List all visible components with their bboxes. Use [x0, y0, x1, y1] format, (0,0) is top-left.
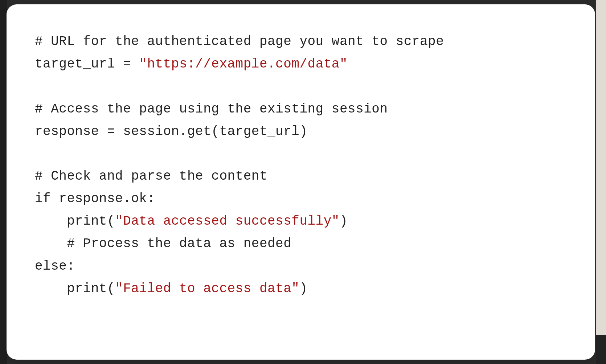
code-token-plain: target_url = — [35, 57, 139, 71]
code-token-plain: ) — [340, 214, 348, 229]
code-token-plain — [35, 236, 67, 251]
code-block: # URL for the authenticated page you wan… — [35, 30, 567, 300]
code-token-plain: response = session.get(target_url) — [35, 124, 308, 139]
code-token-plain: print( — [35, 281, 115, 296]
code-token-string: "Failed to access data" — [115, 281, 299, 296]
code-token-comment: # Check and parse the content — [35, 169, 267, 184]
code-snippet-card: # URL for the authenticated page you wan… — [7, 4, 595, 360]
code-token-plain: print( — [35, 214, 115, 229]
code-token-string: "https://example.com/data" — [139, 57, 348, 71]
code-token-plain: ) — [299, 281, 307, 296]
code-token-string: "Data accessed successfully" — [115, 214, 340, 229]
code-token-comment: # Access the page using the existing ses… — [35, 102, 388, 116]
code-token-plain: else: — [35, 259, 75, 274]
background-left-strip — [0, 0, 7, 364]
code-token-comment: # Process the data as needed — [67, 236, 291, 251]
background-dark-patch — [596, 335, 606, 364]
code-token-comment: # URL for the authenticated page you wan… — [35, 34, 444, 49]
background-right-strip — [596, 0, 606, 364]
code-token-plain: if response.ok: — [35, 191, 155, 206]
